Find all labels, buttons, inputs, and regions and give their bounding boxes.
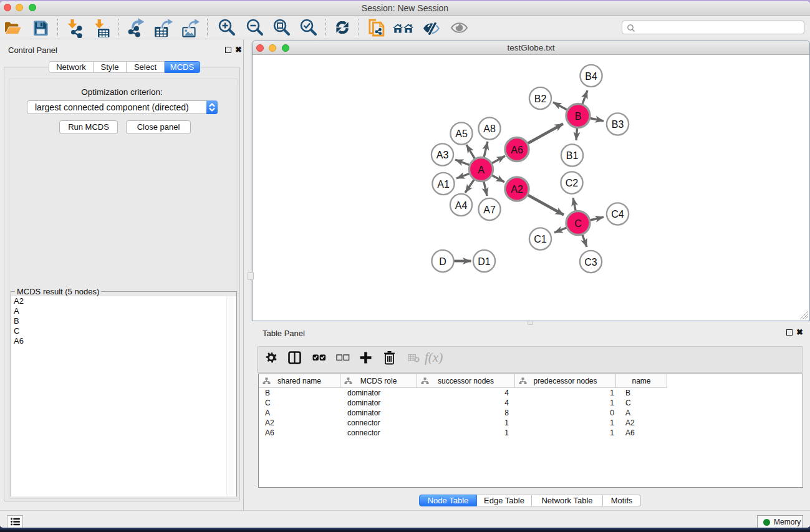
- svg-text:A1: A1: [437, 179, 450, 190]
- svg-text:B3: B3: [612, 119, 624, 130]
- svg-text:B1: B1: [566, 150, 579, 161]
- svg-text:A4: A4: [455, 200, 468, 211]
- svg-text:A6: A6: [511, 145, 523, 155]
- svg-text:C2: C2: [566, 178, 579, 188]
- svg-text:A: A: [478, 165, 485, 175]
- svg-text:A3: A3: [436, 150, 449, 160]
- svg-text:C1: C1: [534, 234, 547, 244]
- svg-text:D1: D1: [478, 256, 491, 267]
- svg-text:A2: A2: [511, 184, 523, 195]
- svg-text:A8: A8: [483, 123, 496, 134]
- svg-text:B: B: [575, 111, 582, 122]
- svg-text:B4: B4: [585, 71, 597, 82]
- svg-text:A7: A7: [483, 205, 496, 215]
- svg-text:D: D: [439, 256, 446, 267]
- svg-text:A5: A5: [455, 128, 468, 139]
- svg-text:C4: C4: [611, 209, 624, 220]
- svg-text:C: C: [574, 218, 582, 229]
- svg-text:C3: C3: [584, 257, 597, 268]
- svg-text:B2: B2: [534, 94, 547, 104]
